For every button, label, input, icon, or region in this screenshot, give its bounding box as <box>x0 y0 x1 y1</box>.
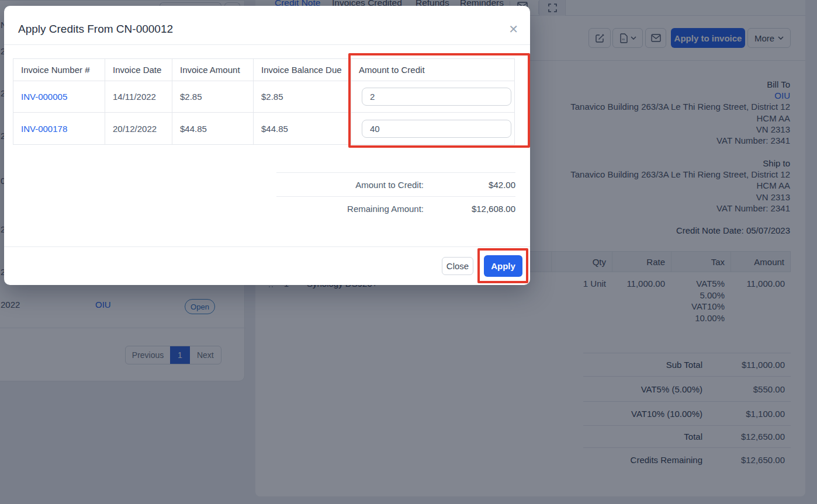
divider <box>4 246 530 247</box>
invoice-amount: $44.85 <box>172 113 253 144</box>
app-screen: N 20 20 20 0 20 20 2022 OIU Open Previou… <box>0 0 817 504</box>
invoice-balance-due: $44.85 <box>253 113 351 144</box>
annotation-box-amount-to-credit-column <box>348 53 530 148</box>
invoice-date: 20/12/2022 <box>105 113 172 144</box>
close-icon[interactable]: ✕ <box>508 23 518 35</box>
divider <box>4 44 530 45</box>
close-button[interactable]: Close <box>442 257 473 275</box>
invoice-balance-due: $2.85 <box>253 81 351 112</box>
modal-title: Apply Credits From CN-000012 <box>18 23 173 36</box>
invoice-date: 14/11/2022 <box>105 81 172 112</box>
summary-row-amount: Amount to Credit: $42.00 <box>276 172 515 196</box>
invoice-link[interactable]: INV-000178 <box>21 124 67 134</box>
annotation-box-apply-button <box>477 248 528 283</box>
credit-summary: Amount to Credit: $42.00 Remaining Amoun… <box>276 172 515 220</box>
summary-row-remaining: Remaining Amount: $12,608.00 <box>276 196 515 220</box>
invoice-amount: $2.85 <box>172 81 253 112</box>
invoice-link[interactable]: INV-000005 <box>21 92 67 102</box>
